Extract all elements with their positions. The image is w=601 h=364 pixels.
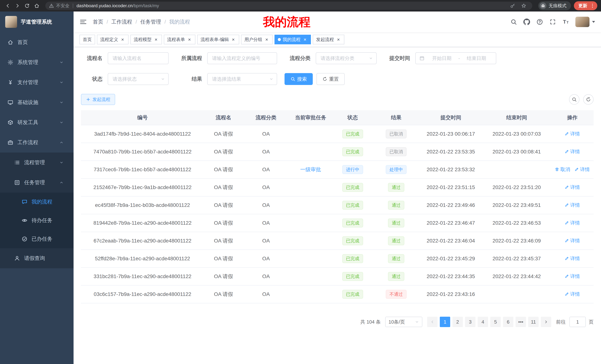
close-icon[interactable]: × [302,37,308,42]
page-button-2[interactable]: 2 [452,317,463,327]
page-button-4[interactable]: 4 [478,317,488,327]
goto-page-input[interactable] [570,317,586,327]
chevron-left-icon [430,320,435,324]
font-size-icon[interactable]: TT [562,19,569,25]
hamburger-icon[interactable] [80,18,87,26]
app-logo: 芋道管理系统 [0,11,74,32]
browser-reload-icon[interactable] [23,2,31,10]
table-row: 7470a810-7b9b-11ec-b5b7-acde48001122OA 请… [81,143,594,161]
close-icon[interactable]: × [120,37,125,42]
sidebar-item-workflow[interactable]: 工作流程 [0,133,74,153]
detail-link[interactable]: 详情 [574,166,590,173]
address-bar[interactable]: 不安全 dashboard.yudao.iocoder.cn/bpm/task/… [45,2,532,10]
close-icon[interactable]: × [231,37,236,42]
page-button-6[interactable]: 6 [503,317,513,327]
caret-down-icon [592,21,595,23]
cell-actions: 详情 [551,214,594,232]
cancel-link[interactable]: 取消 [555,166,570,173]
breadcrumb-item[interactable]: 工作流程 [111,18,132,25]
page-button-5[interactable]: 5 [490,317,501,327]
tab-process-definition[interactable]: 流程定义× [97,35,129,44]
prev-page-button[interactable] [427,317,438,327]
reset-button[interactable]: 重置 [316,73,345,85]
tab-user-group[interactable]: 用户分组× [241,35,273,44]
detail-link[interactable]: 详情 [565,255,580,262]
tab-label: 流程表单-编辑 [200,37,229,42]
detail-link[interactable]: 详情 [565,291,580,297]
detail-link[interactable]: 详情 [565,202,580,208]
sidebar-item-process-management[interactable]: 流程管理 [0,153,74,172]
github-icon[interactable] [523,19,530,25]
result-select[interactable]: 请选择流结果 [207,73,277,85]
close-icon[interactable]: × [336,37,341,42]
page-ellipsis[interactable]: ••• [516,317,526,327]
security-warning-icon [49,3,54,8]
tab-start-process[interactable]: 发起流程× [313,35,344,44]
browser-back-icon[interactable] [4,2,12,10]
page-button-3[interactable]: 3 [465,317,475,327]
edit-icon [565,238,569,243]
sidebar-item-infrastructure[interactable]: 基础设施 [0,92,74,112]
sidebar-item-done-tasks[interactable]: 已办任务 [0,230,74,248]
close-icon[interactable]: × [153,37,159,42]
page-button-11[interactable]: 11 [528,317,539,327]
cell-end-time: 2022-01-22 23:51:20 [482,179,551,196]
tab-my-process[interactable]: 我的流程× [274,35,311,44]
breadcrumb-item[interactable]: 任务管理 [140,18,161,25]
page-button-1[interactable]: 1 [440,317,450,327]
category-select[interactable]: 请选择流程分类 [316,52,377,64]
process-definition-input[interactable] [207,52,277,64]
cell-actions: 详情 [551,232,594,250]
password-key-icon[interactable] [510,3,515,8]
browser-forward-icon[interactable] [13,2,21,10]
sidebar-item-label: 流程管理 [24,159,60,166]
tab-home[interactable]: 首页 [80,35,95,44]
browser-menu-icon[interactable] [590,3,595,8]
browser-home-icon[interactable] [33,2,41,10]
detail-link[interactable]: 详情 [565,273,580,280]
tab-process-form-edit[interactable]: 流程表单-编辑× [197,35,239,44]
detail-link[interactable]: 详情 [565,238,580,244]
detail-link[interactable]: 详情 [565,131,580,137]
tab-label: 用户分组 [244,37,262,42]
sidebar-item-task-management[interactable]: 任务管理 [0,172,74,192]
status-tag: 已完成 [342,183,363,192]
close-icon[interactable]: × [187,37,192,42]
sidebar-item-todo-tasks[interactable]: 待办任务 [0,211,74,230]
sidebar-item-leave-query[interactable]: 请假查询 [0,248,74,268]
close-icon[interactable]: × [264,37,269,42]
browser-update-button[interactable]: 更新 [574,1,597,10]
process-name-input[interactable] [108,52,169,64]
tab-label: 流程表单 [167,37,185,42]
detail-link[interactable]: 详情 [565,220,580,226]
page-annotation: 我的流程 [263,14,311,30]
create-process-button[interactable]: 发起流程 [81,94,115,105]
refresh-table-button[interactable] [583,94,594,105]
fullscreen-icon[interactable] [549,19,556,25]
sidebar-item-home[interactable]: 首页 [0,32,74,52]
sidebar-item-dev-tools[interactable]: 研发工具 [0,112,74,133]
toggle-search-button[interactable] [569,94,580,105]
user-menu[interactable] [575,17,595,27]
bookmark-star-icon[interactable] [521,3,526,8]
tab-process-model[interactable]: 流程模型× [130,35,162,44]
help-icon[interactable] [536,19,543,25]
submit-time-range-picker[interactable]: 开始日期 - 结束日期 [415,52,496,64]
status-select[interactable]: 请选择状态 [108,73,169,85]
tab-process-form[interactable]: 流程表单× [164,35,195,44]
search-button[interactable]: 搜索 [285,73,313,85]
next-page-button[interactable] [541,317,551,327]
breadcrumb-item[interactable]: 首页 [93,18,103,25]
svg-text:T: T [563,19,566,25]
sidebar-item-system-management[interactable]: 系统管理 [0,52,74,72]
sidebar-item-my-process[interactable]: 我的流程 [0,192,74,211]
page-size-select[interactable]: 10条/页 [385,317,422,327]
column-header: 操作 [551,110,594,125]
cell-current-task [289,125,332,143]
detail-link[interactable]: 详情 [565,184,580,191]
cell-name: OA 请假 [204,250,243,268]
search-icon[interactable] [510,19,517,25]
detail-link[interactable]: 详情 [565,148,580,155]
sidebar-item-payment-management[interactable]: 支付管理 [0,72,74,92]
current-task-link[interactable]: 一级审批 [300,166,321,173]
